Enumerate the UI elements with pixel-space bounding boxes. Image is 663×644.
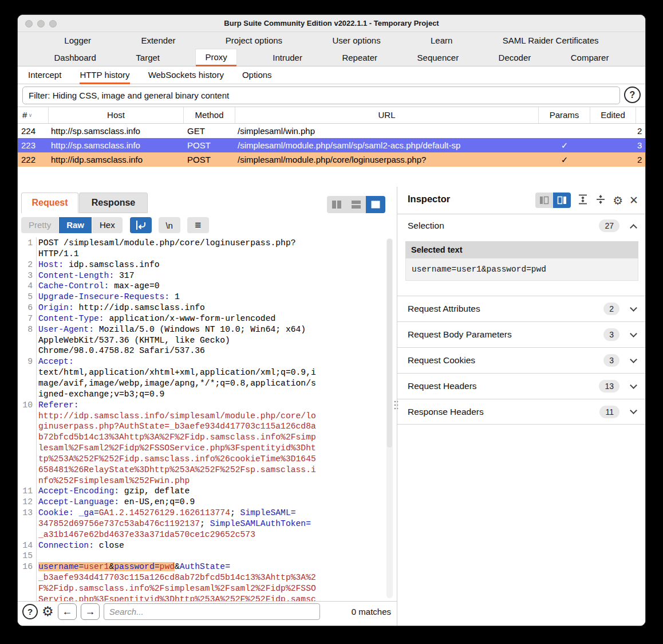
main-tab-intruder[interactable]: Intruder (269, 49, 306, 66)
hex-button[interactable]: Hex (92, 217, 123, 233)
line-number: 11 (18, 486, 33, 497)
next-match-button[interactable]: → (81, 603, 100, 620)
table-row-222[interactable]: 222http://idp.samsclass.infoPOST/simples… (18, 152, 645, 167)
raw-button[interactable]: Raw (59, 217, 92, 233)
editor-line: 6Origin: http://idp.samsclass.info (18, 303, 397, 314)
editor-line: 3Content-Length: 317 (18, 271, 397, 282)
subtab-http-history[interactable]: HTTP history (80, 66, 129, 84)
search-settings-gear-icon[interactable]: ⚙ (42, 604, 54, 619)
raw-request-editor[interactable]: 1POST /simplesaml/module.php/core/loginu… (18, 237, 397, 601)
main-tab-extender[interactable]: Extender (137, 32, 179, 49)
proxy-subtab-bar: InterceptHTTP historyWebSockets historyO… (18, 66, 645, 84)
selection-section-header[interactable]: Selection 27 (397, 214, 646, 237)
line-number (18, 519, 33, 530)
editor-vertical-scrollbar[interactable] (386, 238, 393, 598)
inspector-dock-right-button[interactable] (553, 193, 571, 208)
layout-columns-button[interactable] (327, 196, 346, 213)
cell-params (539, 124, 590, 138)
chevron-down-icon[interactable] (630, 382, 637, 389)
line-content: Service.php%3Fspentityid%3Dhttp%253A%252… (33, 595, 316, 601)
selected-text-value: username=user1&password=pwd (405, 258, 638, 281)
line-content: username=user1&password=pwd&AuthState= (33, 562, 230, 573)
table-row-224[interactable]: 224http://sp.samsclass.infoGET/simplesam… (18, 124, 645, 138)
editor-line: 12Accept-Language: en-US,en;q=0.9 (18, 497, 397, 508)
line-number (18, 465, 33, 476)
chevron-down-icon[interactable] (630, 356, 637, 363)
editor-line: Service.php%3Fspentityid%3Dhttp%253A%252… (18, 595, 397, 601)
history-filter[interactable]: Filter: Hiding CSS, image and general bi… (22, 87, 620, 104)
layout-rows-button[interactable] (346, 196, 366, 213)
main-tab-saml-raider-certificates[interactable]: SAML Raider Certificates (499, 32, 602, 49)
inspector-section-request-headers[interactable]: Request Headers13 (397, 373, 646, 399)
section-label: Response Headers (408, 407, 484, 417)
main-tab-logger[interactable]: Logger (61, 32, 94, 49)
main-tab-sequencer[interactable]: Sequencer (414, 49, 463, 66)
line-content: POST /simplesaml/module.php/core/loginus… (33, 238, 296, 249)
chevron-down-icon[interactable] (630, 407, 637, 414)
line-number (18, 443, 33, 454)
search-help-icon[interactable]: ? (22, 604, 38, 619)
table-row-223[interactable]: 223http://sp.samsclass.infoPOST/simplesa… (18, 138, 645, 152)
main-tab-comparer[interactable]: Comparer (567, 49, 613, 66)
search-input[interactable] (104, 603, 320, 620)
section-label: Request Cookies (408, 355, 475, 366)
main-tab-proxy[interactable]: Proxy (196, 49, 236, 66)
tab-response[interactable]: Response (79, 193, 148, 213)
main-tab-dashboard[interactable]: Dashboard (50, 49, 99, 66)
column-header-[interactable]: # ∨ (18, 107, 49, 123)
line-number: 3 (18, 271, 33, 282)
expand-all-icon[interactable] (577, 194, 589, 207)
subtab-websockets-history[interactable]: WebSockets history (148, 66, 224, 84)
inspector-section-request-cookies[interactable]: Request Cookies3 (397, 347, 646, 373)
cell-number: 224 (18, 124, 49, 138)
inspector-close-icon[interactable]: ✕ (629, 194, 638, 207)
line-number (18, 336, 33, 347)
newline-toggle-button[interactable]: \n (159, 217, 180, 233)
inspector-section-request-attributes[interactable]: Request Attributes2 (397, 296, 646, 321)
section-label: Request Headers (408, 381, 477, 391)
line-number (18, 368, 33, 379)
column-header-edited[interactable]: Edited (590, 107, 636, 123)
layout-single-button[interactable] (366, 196, 385, 213)
editor-menu-icon[interactable]: ≡ (187, 217, 209, 233)
main-tab-user-options[interactable]: User options (329, 32, 384, 49)
chevron-down-icon[interactable] (630, 330, 637, 337)
main-tab-decoder[interactable]: Decoder (495, 49, 535, 66)
line-content: nfo%252Fsimplesaml%252Fwin.php (33, 476, 190, 487)
editor-line: 1POST /simplesaml/module.php/core/loginu… (18, 238, 397, 249)
main-tab-learn[interactable]: Learn (427, 32, 456, 49)
column-header-params[interactable]: Params (539, 107, 590, 123)
line-number (18, 346, 33, 357)
line-content: mage/avif,image/webp,image/apng,*/*;q=0.… (33, 379, 316, 390)
tab-request[interactable]: Request (21, 193, 78, 213)
pretty-button[interactable]: Pretty (21, 217, 58, 233)
main-tab-project-options[interactable]: Project options (222, 32, 286, 49)
inspector-section-request-body-parameters[interactable]: Request Body Parameters3 (397, 321, 646, 347)
cell-url: /simplesaml/win.php (235, 124, 539, 138)
column-header-host[interactable]: Host (49, 107, 184, 123)
main-tab-target[interactable]: Target (132, 49, 163, 66)
inspector-dock-left-button[interactable] (535, 193, 553, 208)
editor-line: 16username=user1&password=pwd&AuthState= (18, 562, 397, 573)
section-count-badge: 11 (599, 406, 619, 418)
subtab-intercept[interactable]: Intercept (28, 66, 61, 84)
collapse-all-icon[interactable] (595, 194, 606, 207)
inspector-settings-gear-icon[interactable]: ⚙ (613, 195, 623, 206)
inspector-section-response-headers[interactable]: Response Headers11 (397, 399, 646, 425)
filter-help-icon[interactable]: ? (624, 87, 641, 103)
inspector-panel: Inspector (397, 187, 646, 626)
word-wrap-icon[interactable] (130, 217, 152, 233)
chevron-up-icon[interactable] (630, 224, 637, 231)
editor-line: 347852d69756e737c53ab476c1192137; Simple… (18, 519, 397, 530)
subtab-options[interactable]: Options (242, 66, 272, 84)
main-tab-repeater[interactable]: Repeater (338, 49, 381, 66)
line-number (18, 433, 33, 443)
chevron-down-icon[interactable] (630, 304, 637, 312)
column-header-url[interactable]: URL (235, 107, 539, 123)
prev-match-button[interactable]: ← (58, 603, 77, 620)
line-number: 12 (18, 497, 33, 508)
section-label: Request Body Parameters (408, 329, 512, 340)
cell-method: POST (184, 138, 235, 152)
line-number: 15 (18, 551, 33, 562)
column-header-method[interactable]: Method (184, 107, 235, 123)
